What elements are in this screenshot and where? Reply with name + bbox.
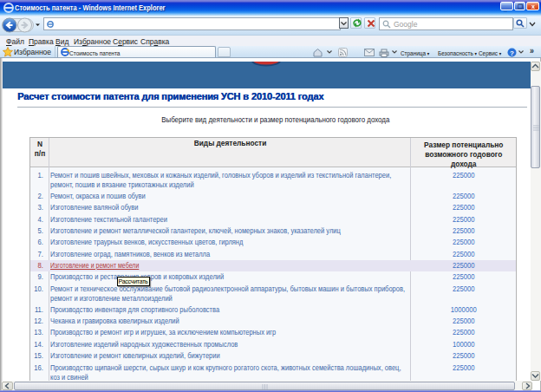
svg-text:?: ?	[510, 49, 514, 57]
